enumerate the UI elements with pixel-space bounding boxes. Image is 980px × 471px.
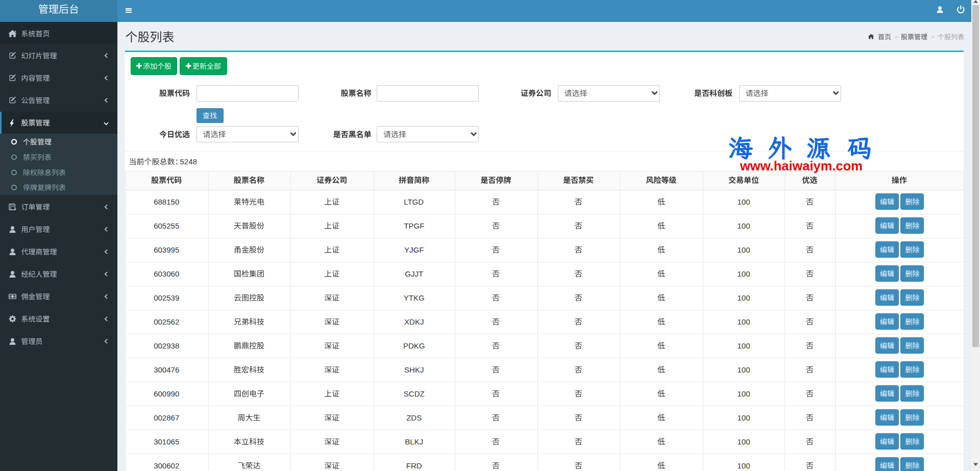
svg-text:100: 100 [738,317,750,326]
svg-text:FRD: FRD [406,461,422,470]
svg-text:100: 100 [738,437,750,446]
svg-text:>: > [895,34,898,40]
svg-text:>: > [931,34,934,40]
svg-text:5248: 5248 [180,157,197,166]
svg-text:300602: 300602 [154,461,179,470]
svg-text:YTKG: YTKG [404,293,425,302]
svg-text:002539: 002539 [154,293,179,302]
svg-text:100: 100 [738,221,750,230]
svg-text:YJGF: YJGF [404,245,424,254]
svg-text:688150: 688150 [154,197,179,206]
svg-text:605255: 605255 [154,221,179,230]
svg-text:SHKJ: SHKJ [404,365,424,374]
svg-text:002938: 002938 [154,341,179,350]
svg-text:GJJT: GJJT [405,269,423,278]
svg-text:100: 100 [738,413,750,422]
svg-text:TPGF: TPGF [404,221,424,230]
svg-text:100: 100 [738,269,750,278]
svg-text:100: 100 [738,197,750,206]
svg-text:100: 100 [738,245,750,254]
svg-text:100: 100 [738,461,750,470]
svg-text:002562: 002562 [154,317,179,326]
svg-text:100: 100 [738,389,750,398]
svg-text:BLKJ: BLKJ [405,437,423,446]
svg-text:PDKG: PDKG [403,341,425,350]
svg-text:100: 100 [738,341,750,350]
svg-text:XDKJ: XDKJ [404,317,424,326]
svg-text:SCDZ: SCDZ [404,389,425,398]
svg-text:LTGD: LTGD [404,197,424,206]
svg-text:100: 100 [738,293,750,302]
svg-text:002867: 002867 [154,413,179,422]
svg-text:600990: 600990 [154,389,179,398]
svg-text:300476: 300476 [154,365,179,374]
svg-text:ZDS: ZDS [406,413,422,422]
svg-text:100: 100 [738,365,750,374]
svg-text:www.haiwaiym.com: www.haiwaiym.com [740,159,863,173]
svg-text:603995: 603995 [154,245,179,254]
svg-text:301065: 301065 [154,437,179,446]
svg-text:603060: 603060 [154,269,179,278]
